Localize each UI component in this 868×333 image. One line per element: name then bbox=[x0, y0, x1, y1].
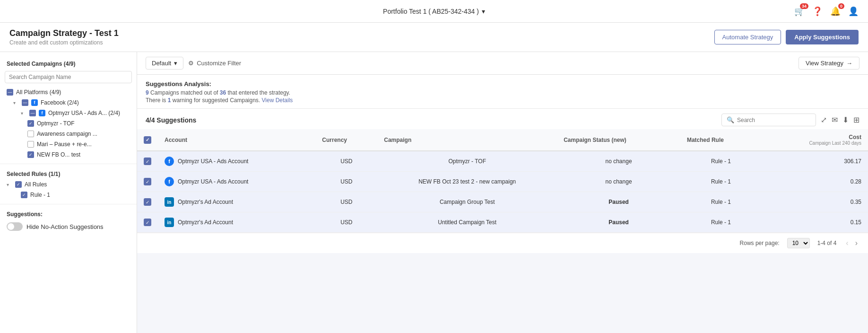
view-strategy-button[interactable]: View Strategy → bbox=[799, 57, 859, 70]
row-currency-2: USD bbox=[315, 192, 377, 212]
analysis-matched-num: 9 bbox=[146, 89, 149, 96]
toggle-knob bbox=[8, 223, 14, 230]
optmyzr-group-item[interactable]: ▾ f Optmyzr USA - Ads A... (2/4) bbox=[0, 108, 137, 118]
optmyzr-group-label: Optmyzr USA - Ads A... (2/4) bbox=[48, 110, 120, 116]
portfolio-selector[interactable]: Portfolio Test 1 ( AB25-342-434 ) ▾ bbox=[383, 8, 485, 15]
campaign-item-0[interactable]: Optmyzr - TOF bbox=[0, 118, 137, 129]
chevron-down-icon: ▾ bbox=[482, 8, 485, 15]
email-icon-btn[interactable]: ✉ bbox=[832, 115, 838, 124]
optmyzr-group-chevron-icon: ▾ bbox=[21, 111, 26, 116]
row-checkbox-2[interactable] bbox=[144, 198, 151, 206]
rule-1-label: Rule - 1 bbox=[30, 192, 50, 198]
campaign-item-1[interactable]: Awareness campaign ... bbox=[0, 129, 137, 139]
campaign-checkbox-2[interactable] bbox=[27, 141, 34, 148]
main-layout: Selected Campaigns (4/9) All Platforms (… bbox=[0, 52, 868, 333]
facebook-group-item[interactable]: ▾ f Facebook (2/4) bbox=[0, 97, 137, 108]
campaign-checkbox-0[interactable] bbox=[27, 120, 34, 127]
rule-1-item[interactable]: Rule - 1 bbox=[0, 190, 137, 200]
row-check-cell bbox=[137, 192, 158, 212]
default-dropdown-button[interactable]: Default ▾ bbox=[146, 57, 183, 70]
content-area: Default ▾ ⚙ Customize Filter View Strate… bbox=[137, 52, 868, 333]
facebook-account-icon: f bbox=[165, 177, 174, 186]
hide-no-action-wrap: Hide No-Action Suggestions bbox=[0, 219, 137, 234]
linkedin-account-icon: in bbox=[165, 197, 174, 207]
all-rules-chevron-icon: ▾ bbox=[7, 182, 12, 187]
automate-strategy-button[interactable]: Automate Strategy bbox=[714, 30, 781, 44]
row-account-0: f Optmyzr USA - Ads Account bbox=[158, 151, 315, 172]
page-title: Campaign Strategy - Test 1 bbox=[9, 28, 119, 38]
table-search-box: 🔍 bbox=[721, 114, 816, 126]
view-details-link[interactable]: View Details bbox=[262, 97, 293, 104]
row-cost-2: 0.35 bbox=[762, 192, 868, 212]
analysis-warning-text: There is 1 warning for suggested Campaig… bbox=[146, 97, 859, 104]
help-icon-btn[interactable]: ❓ bbox=[812, 6, 823, 17]
row-campaign-2: Campaign Group Test bbox=[377, 192, 557, 212]
linkedin-account-icon: in bbox=[165, 218, 174, 227]
facebook-account-icon: f bbox=[165, 157, 174, 166]
all-rules-checkbox[interactable] bbox=[15, 181, 22, 188]
cart-icon-btn[interactable]: 🛒 34 bbox=[794, 6, 805, 17]
data-table: Account Currency Campaign Campaign Statu… bbox=[137, 129, 868, 233]
page-nav: ‹ › bbox=[844, 239, 859, 247]
header-checkbox[interactable] bbox=[144, 136, 151, 144]
analysis-matched-label: Campaigns matched out of bbox=[150, 89, 220, 96]
prev-page-button[interactable]: ‹ bbox=[844, 239, 850, 247]
campaign-label-1: Awareness campaign ... bbox=[37, 131, 97, 137]
all-platforms-checkbox[interactable] bbox=[7, 89, 13, 96]
table-body: f Optmyzr USA - Ads Account USD Optmyzr … bbox=[137, 151, 868, 233]
analysis-bar: Suggestions Analysis: 9 Campaigns matche… bbox=[137, 75, 868, 109]
facebook-checkbox[interactable] bbox=[22, 99, 28, 106]
all-rules-item[interactable]: ▾ All Rules bbox=[0, 179, 137, 190]
campaign-checkbox-3[interactable] bbox=[27, 151, 34, 158]
table-row: in Optmyzr's Ad Account USD Untitled Cam… bbox=[137, 212, 868, 233]
pagination-bar: Rows per page: 10 25 50 1-4 of 4 ‹ › bbox=[137, 233, 868, 253]
row-cost-3: 0.15 bbox=[762, 212, 868, 233]
analysis-total-label: that entered the strategy. bbox=[227, 89, 290, 96]
campaign-item-2[interactable]: Mari – Pause + re-e... bbox=[0, 139, 137, 149]
row-checkbox-1[interactable] bbox=[144, 178, 151, 185]
row-check-cell bbox=[137, 212, 158, 233]
campaign-search-input[interactable] bbox=[5, 71, 132, 83]
expand-icon-btn[interactable]: ⤢ bbox=[821, 115, 827, 124]
page-subtitle: Create and edit custom optimizations bbox=[9, 39, 119, 46]
row-checkbox-3[interactable] bbox=[144, 219, 151, 226]
rule-1-checkbox[interactable] bbox=[21, 192, 27, 198]
analysis-heading: Suggestions Analysis: bbox=[146, 80, 859, 88]
notifications-icon-btn[interactable]: 🔔 0 bbox=[830, 6, 841, 17]
hide-no-action-toggle[interactable] bbox=[7, 222, 23, 231]
row-rule-3: Rule - 1 bbox=[680, 212, 762, 233]
page-title-group: Campaign Strategy - Test 1 Create and ed… bbox=[9, 28, 119, 46]
all-platforms-item[interactable]: All Platforms (4/9) bbox=[0, 87, 137, 97]
row-checkbox-0[interactable] bbox=[144, 158, 151, 165]
pagination-range: 1-4 of 4 bbox=[817, 240, 837, 246]
table-search-input[interactable] bbox=[737, 117, 811, 123]
campaign-checkbox-1[interactable] bbox=[27, 131, 34, 137]
apply-suggestions-button[interactable]: Apply Suggestions bbox=[786, 30, 859, 44]
optmyzr-group-fb-icon: f bbox=[39, 110, 45, 116]
view-strategy-label: View Strategy bbox=[806, 60, 843, 67]
rows-per-page-label: Rows per page: bbox=[740, 240, 780, 246]
rows-per-page-select[interactable]: 10 25 50 bbox=[787, 238, 810, 248]
suggestions-title: Suggestions: bbox=[0, 208, 137, 219]
row-account-2: in Optmyzr's Ad Account bbox=[158, 192, 315, 212]
row-campaign-1: NEW FB Oct 23 test 2 - new campaign bbox=[377, 172, 557, 192]
customize-filter-button[interactable]: ⚙ Customize Filter bbox=[188, 60, 241, 67]
row-rule-0: Rule - 1 bbox=[680, 151, 762, 172]
optmyzr-group-checkbox[interactable] bbox=[29, 110, 36, 116]
nav-icons: 🛒 34 ❓ 🔔 0 👤 bbox=[794, 6, 859, 17]
row-cost-1: 0.28 bbox=[762, 172, 868, 192]
columns-icon-btn[interactable]: ⊞ bbox=[853, 115, 859, 124]
download-icon-btn[interactable]: ⬇ bbox=[842, 115, 849, 124]
portfolio-label: Portfolio Test 1 ( AB25-342-434 ) bbox=[383, 8, 479, 15]
facebook-icon: f bbox=[31, 99, 38, 106]
header-currency: Currency bbox=[315, 129, 377, 151]
row-check-cell bbox=[137, 172, 158, 192]
row-cost-0: 306.17 bbox=[762, 151, 868, 172]
header-campaign-status: Campaign Status (new) bbox=[557, 129, 680, 151]
user-icon-btn[interactable]: 👤 bbox=[848, 6, 859, 17]
notif-badge: 0 bbox=[838, 3, 844, 9]
campaign-item-3[interactable]: NEW FB O... test bbox=[0, 149, 137, 160]
next-page-button[interactable]: › bbox=[853, 239, 859, 247]
sidebar-divider-1 bbox=[0, 164, 137, 164]
analysis-warning-suffix: warning for suggested Campaigns. bbox=[173, 97, 262, 104]
